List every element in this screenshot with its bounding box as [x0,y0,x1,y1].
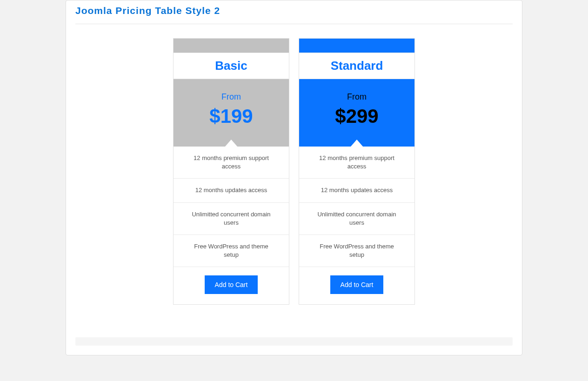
feature-item: Free WordPress and theme setup [299,234,414,267]
bottom-bar [75,337,513,346]
plan-name: Standard [299,53,414,79]
panel-header: Joomla Pricing Table Style 2 [75,0,513,24]
plan-cta: Add to Cart [299,267,414,304]
plan-name-text: Standard [299,59,414,73]
plan-cta: Add to Cart [174,267,289,304]
feature-item: 12 months premium support access [174,147,289,178]
notch-icon [350,140,363,147]
add-to-cart-button[interactable]: Add to Cart [205,275,258,294]
feature-item: Unlimitted concurrent domain users [299,202,414,234]
plan-price: From $299 [299,79,414,147]
pricing-wrap: Basic From $199 12 months premium suppor… [75,38,513,305]
page-title: Joomla Pricing Table Style 2 [75,5,513,16]
from-label: From [174,92,289,102]
plan-features: 12 months premium support access 12 mont… [174,147,289,267]
feature-item: 12 months updates access [299,178,414,202]
plan-name: Basic [174,53,289,79]
plan-name-text: Basic [174,59,289,73]
plan-topbar [299,39,414,53]
plan-standard: Standard From $299 12 months premium sup… [299,38,415,305]
notch-icon [225,140,238,147]
add-to-cart-button[interactable]: Add to Cart [330,275,384,294]
feature-item: 12 months updates access [174,178,289,202]
feature-item: Free WordPress and theme setup [174,234,289,267]
plan-topbar [174,39,289,53]
plan-price: From $199 [174,79,289,147]
feature-item: Unlimitted concurrent domain users [174,202,289,234]
plan-basic: Basic From $199 12 months premium suppor… [173,38,289,305]
price-value: $199 [174,107,289,126]
plan-features: 12 months premium support access 12 mont… [299,147,414,267]
price-value: $299 [299,107,414,126]
panel-body: Basic From $199 12 months premium suppor… [66,24,522,314]
from-label: From [299,92,414,102]
panel: Joomla Pricing Table Style 2 Basic From … [66,0,522,355]
feature-item: 12 months premium support access [299,147,414,178]
